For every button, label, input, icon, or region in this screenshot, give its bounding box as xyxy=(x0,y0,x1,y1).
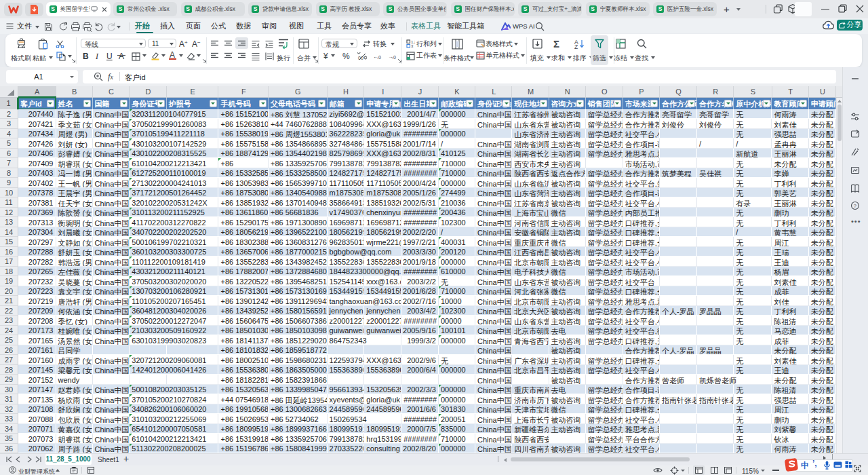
svg-text:?: ? xyxy=(854,203,856,209)
svg-text:.0: .0 xyxy=(377,55,381,60)
svg-text:Z: Z xyxy=(574,43,578,49)
svg-text:3: 3 xyxy=(411,44,414,48)
svg-text:.0: .0 xyxy=(392,55,396,60)
svg-text:00: 00 xyxy=(358,56,363,60)
